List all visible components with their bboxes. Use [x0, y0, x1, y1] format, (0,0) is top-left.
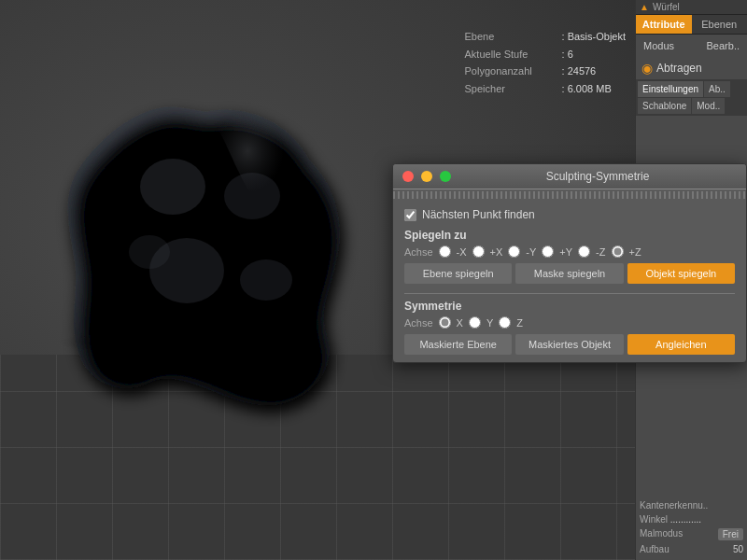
polyganzahl-value: : 24576 [562, 63, 597, 80]
stab-schablone[interactable]: Schablone [638, 98, 691, 114]
wuerfel-label: Würfel [653, 2, 680, 12]
sym-label-x: X [457, 317, 463, 329]
abtragen-text: Abtragen [656, 62, 702, 75]
symmetrie-label: Symmetrie [404, 300, 735, 313]
winkel-dots: ............ [670, 514, 701, 525]
scene-info: Ebene : Basis-Objekt Aktuelle Stufe : 6 … [465, 28, 626, 98]
dialog-maximize-button[interactable] [440, 171, 451, 182]
polyganzahl-label: Polygonanzahl [465, 63, 558, 80]
speicher-value: : 6.008 MB [562, 80, 612, 98]
achse-spiegeln-label: Achse [404, 246, 433, 258]
dialog-title: Sculpting-Symmetrie [458, 170, 737, 183]
sub-tabs: Einstellungen Ab.. Schablone Mod.. [636, 79, 747, 116]
label-neg-y: -Y [526, 246, 536, 258]
winkel-label: Winkel [640, 514, 668, 525]
sym-label-y: Y [486, 317, 493, 329]
malmodus-value[interactable]: Frei [718, 528, 743, 540]
ebene-label: Ebene [465, 28, 558, 46]
label-pos-y: +Y [559, 246, 572, 258]
label-neg-x: -X [457, 246, 467, 258]
ebene-spiegeln-button[interactable]: Ebene spiegeln [404, 263, 512, 284]
dialog-title-bar: Sculpting-Symmetrie [393, 164, 746, 189]
spiegeln-buttons: Ebene spiegeln Maske spiegeln Objekt spi… [404, 263, 735, 284]
kantenerkennung-label: Kantenerkennu.. [640, 500, 708, 511]
aufbau-value: 50 [733, 544, 743, 554]
symmetrie-buttons: Maskierte Ebene Maskiertes Objekt Anglei… [404, 334, 735, 355]
radio-neg-y[interactable] [508, 245, 520, 258]
sym-radio-z[interactable] [499, 316, 511, 329]
section-divider [404, 293, 735, 294]
spiegeln-section: Spiegeln zu Achse -X +X -Y +Y -Z +Z Eben… [404, 229, 735, 284]
radio-neg-x[interactable] [439, 245, 451, 258]
maskierte-ebene-button[interactable]: Maskierte Ebene [404, 334, 512, 355]
maskiertes-objekt-button[interactable]: Maskiertes Objekt [515, 334, 623, 355]
dialog-close-button[interactable] [402, 171, 414, 182]
dialog-body: Nächsten Punkt finden Spiegeln zu Achse … [393, 201, 746, 362]
naechsten-punkt-label: Nächsten Punkt finden [422, 208, 535, 221]
panel-mode-row: Modus Bearb.. [636, 35, 747, 57]
stab-einstellungen[interactable]: Einstellungen [638, 81, 703, 97]
tab-ebenen[interactable]: Ebenen [692, 15, 748, 34]
modus-label: Modus [643, 40, 674, 51]
svg-point-4 [129, 235, 170, 269]
aufbau-label: Aufbau [640, 544, 669, 554]
svg-point-0 [140, 159, 205, 215]
objekt-spiegeln-button[interactable]: Objekt spiegeln [627, 263, 735, 284]
sym-radio-x[interactable] [439, 316, 451, 329]
malmodus-label: Malmodus [640, 528, 683, 540]
svg-point-3 [240, 259, 292, 301]
radio-neg-z[interactable] [578, 245, 590, 258]
abtragen-icon: ◉ [641, 61, 653, 76]
panel-top-tabs: Attribute Ebenen [636, 15, 747, 35]
radio-pos-y[interactable] [542, 245, 554, 258]
panel-bottom-info: Kantenerkennu.. Winkel ............ Malm… [636, 495, 747, 560]
bearbeiten-label: Bearb.. [707, 40, 740, 51]
sym-label-z: Z [516, 317, 523, 329]
stufe-value: : 6 [562, 46, 573, 63]
stab-mod[interactable]: Mod.. [692, 98, 725, 114]
sculpt-mesh [28, 75, 383, 429]
dialog-separator-1 [393, 189, 746, 189]
dialog-minimize-button[interactable] [421, 171, 432, 182]
wuerfel-icon: ▲ [640, 2, 649, 12]
tab-attribute[interactable]: Attribute [636, 15, 692, 34]
naechsten-punkt-row: Nächsten Punkt finden [404, 208, 735, 221]
sculpting-symmetrie-dialog: Sculpting-Symmetrie Nächsten Punkt finde… [392, 163, 747, 363]
label-neg-z: -Z [596, 246, 605, 258]
label-pos-x: +X [490, 246, 503, 258]
achse-sym-label: Achse [404, 317, 433, 329]
abtragen-item[interactable]: ◉ Abtragen [636, 57, 747, 79]
speicher-label: Speicher [465, 80, 558, 98]
radio-pos-z[interactable] [612, 245, 624, 258]
symmetrie-section: Symmetrie Achse X Y Z Maskierte Ebene Ma… [404, 300, 735, 355]
sym-radio-y[interactable] [469, 316, 481, 329]
maske-spiegeln-button[interactable]: Maske spiegeln [515, 263, 623, 284]
panel-top-bar: ▲ Würfel [636, 0, 747, 15]
achse-symmetrie-row: Achse X Y Z [404, 316, 735, 329]
naechsten-punkt-checkbox[interactable] [404, 209, 416, 221]
spiegeln-label: Spiegeln zu [404, 229, 735, 242]
stufe-label: Aktuelle Stufe [465, 46, 558, 63]
achse-spiegeln-row: Achse -X +X -Y +Y -Z +Z [404, 245, 735, 258]
angleichen-button[interactable]: Angleichen [627, 334, 735, 355]
stab-ab[interactable]: Ab.. [704, 81, 730, 97]
label-pos-z: +Z [629, 246, 641, 258]
blob-shadow [56, 329, 336, 357]
radio-pos-x[interactable] [472, 245, 485, 258]
dialog-grip [393, 191, 746, 199]
ebene-value: : Basis-Objekt [562, 28, 626, 46]
